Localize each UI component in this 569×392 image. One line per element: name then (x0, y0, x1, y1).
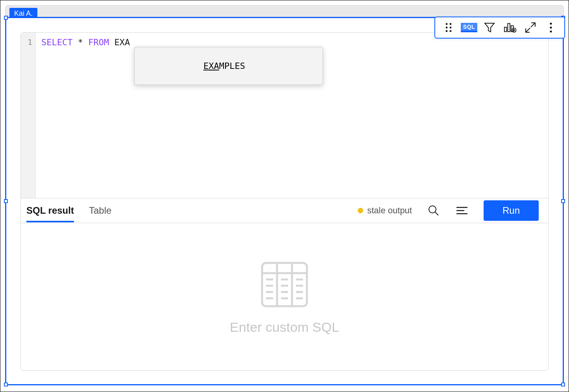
sql-identifier: EXA (114, 37, 130, 47)
svg-line-18 (435, 212, 438, 215)
tab-table[interactable]: Table (89, 199, 111, 222)
sql-token: * (78, 37, 83, 47)
block-toolbar: SQL (434, 17, 565, 39)
sql-editor[interactable]: 1 SELECT * FROM EXA EXAMPLES (21, 33, 548, 198)
stale-output-indicator: stale output (358, 205, 412, 216)
svg-line-12 (531, 23, 535, 27)
stale-output-label: stale output (367, 205, 412, 216)
svg-rect-22 (262, 263, 307, 306)
empty-state-text: Enter custom SQL (230, 320, 339, 335)
svg-point-5 (450, 30, 452, 32)
resize-handle[interactable] (561, 383, 565, 386)
svg-point-0 (446, 23, 448, 25)
sql-keyword: SELECT (41, 37, 72, 47)
svg-rect-7 (508, 24, 510, 32)
tab-sql-result[interactable]: SQL result (26, 199, 74, 222)
filter-icon[interactable] (483, 21, 496, 34)
resize-handle[interactable] (4, 199, 8, 203)
code-area[interactable]: SELECT * FROM EXA EXAMPLES (36, 33, 548, 198)
stale-dot-icon (358, 208, 363, 213)
search-icon[interactable] (427, 204, 440, 217)
svg-line-13 (526, 28, 530, 32)
chart-add-icon[interactable] (504, 21, 516, 34)
drag-handle-icon[interactable] (442, 21, 455, 34)
line-gutter: 1 (21, 33, 36, 198)
line-number: 1 (21, 37, 32, 47)
svg-point-1 (450, 23, 452, 25)
sql-mode-button[interactable]: SQL (463, 21, 475, 34)
empty-state: Enter custom SQL (21, 223, 548, 370)
expand-icon[interactable] (524, 21, 537, 34)
run-button[interactable]: Run (484, 200, 539, 221)
svg-point-17 (429, 206, 436, 213)
settings-lines-icon[interactable] (455, 204, 469, 217)
result-bar: SQL result Table stale output (21, 198, 548, 223)
autocomplete-dropdown[interactable]: EXAMPLES (134, 47, 323, 85)
svg-point-14 (550, 22, 552, 24)
autocomplete-rest: MPLES (219, 61, 245, 71)
resize-handle[interactable] (561, 199, 565, 203)
more-options-icon[interactable] (545, 21, 557, 34)
sql-keyword: FROM (88, 37, 109, 47)
svg-point-2 (446, 27, 448, 29)
svg-point-3 (450, 27, 452, 29)
table-placeholder-icon (259, 259, 310, 310)
autocomplete-match: EXA (203, 61, 219, 71)
resize-handle[interactable] (4, 383, 8, 386)
top-bar: Kai A. (5, 5, 564, 17)
svg-point-15 (550, 26, 552, 28)
content-card: 1 SELECT * FROM EXA EXAMPLES SQL result … (20, 32, 549, 371)
resize-handle[interactable] (4, 16, 8, 20)
svg-point-16 (550, 30, 552, 32)
svg-rect-6 (504, 27, 507, 31)
sql-block-panel: SQL (5, 17, 564, 385)
svg-point-4 (446, 30, 448, 32)
